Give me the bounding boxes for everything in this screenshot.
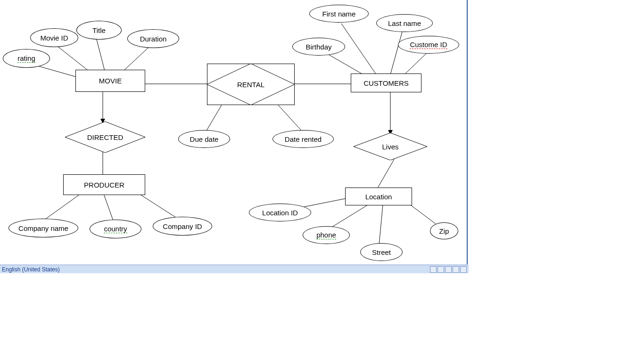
view-buttons — [430, 266, 467, 273]
svg-line-13 — [140, 194, 179, 220]
outline-icon[interactable] — [453, 266, 459, 273]
relationship-label: RENTAL — [207, 64, 295, 105]
svg-line-20 — [378, 159, 394, 188]
relationship-label: DIRECTED — [65, 122, 145, 153]
attribute-label: Duration — [140, 35, 167, 43]
entity-location[interactable]: Location — [345, 188, 412, 205]
status-language: English (United States) — [2, 266, 60, 273]
page-root: MOVIE Movie ID Title Duration rating REN… — [0, 0, 644, 343]
attribute-label: First name — [322, 10, 356, 18]
document-canvas: MOVIE Movie ID Title Duration rating REN… — [0, 0, 468, 265]
attribute-company-id[interactable]: Company ID — [153, 217, 212, 236]
status-bar: English (United States) — [0, 265, 469, 273]
attribute-rating[interactable]: rating — [3, 49, 50, 68]
attribute-street[interactable]: Street — [360, 243, 403, 261]
attribute-duration[interactable]: Duration — [127, 29, 179, 48]
svg-line-7 — [278, 105, 303, 132]
entity-label: PRODUCER — [84, 181, 124, 189]
attribute-label: Movie ID — [40, 34, 68, 42]
svg-line-11 — [43, 194, 80, 220]
full-screen-reading-icon[interactable] — [438, 266, 444, 273]
attribute-phone[interactable]: phone — [303, 226, 350, 244]
draft-icon[interactable] — [460, 266, 467, 273]
attribute-zip[interactable]: Zip — [430, 222, 458, 239]
attribute-company-name[interactable]: Company name — [8, 219, 78, 237]
attribute-label: Company ID — [163, 222, 202, 230]
attribute-label: Zip — [439, 227, 449, 235]
svg-line-23 — [379, 205, 383, 245]
svg-line-2 — [96, 38, 105, 71]
entity-label: MOVIE — [99, 77, 122, 85]
attribute-label: Date rented — [285, 135, 322, 143]
svg-line-12 — [104, 194, 113, 220]
attribute-date-rented[interactable]: Date rented — [272, 130, 334, 148]
attribute-label: rating — [17, 54, 35, 63]
attribute-due-date[interactable]: Due date — [178, 130, 230, 148]
attribute-birthday[interactable]: Birthday — [292, 38, 345, 56]
entity-producer[interactable]: PRODUCER — [63, 174, 145, 195]
attribute-customer-id[interactable]: Custome ID — [398, 36, 459, 54]
svg-line-6 — [205, 105, 222, 134]
print-layout-icon[interactable] — [430, 266, 437, 273]
attribute-label: phone — [316, 231, 336, 239]
attribute-label: Company name — [18, 224, 68, 232]
attribute-label: Last name — [388, 19, 421, 27]
entity-label: CUSTOMERS — [363, 79, 409, 87]
attribute-label: Due date — [190, 135, 219, 143]
svg-line-3 — [123, 45, 151, 72]
svg-line-15 — [341, 24, 376, 74]
attribute-label: Birthday — [305, 43, 331, 51]
attribute-label: country — [104, 225, 127, 233]
entity-label: Location — [365, 193, 392, 201]
attribute-label: Custome ID — [410, 41, 447, 49]
attribute-first-name[interactable]: First name — [309, 5, 369, 23]
entity-customers[interactable]: CUSTOMERS — [351, 74, 421, 92]
attribute-movie-id[interactable]: Movie ID — [30, 28, 78, 47]
attribute-label: Location ID — [262, 209, 298, 217]
attribute-location-id[interactable]: Location ID — [249, 204, 311, 221]
attribute-last-name[interactable]: Last name — [376, 14, 433, 32]
entity-movie[interactable]: MOVIE — [75, 70, 145, 92]
relationship-label: Lives — [354, 133, 427, 160]
attribute-label: Street — [372, 248, 391, 256]
svg-line-16 — [390, 30, 403, 74]
web-layout-icon[interactable] — [445, 266, 452, 273]
attribute-country[interactable]: country — [90, 220, 141, 238]
attribute-title[interactable]: Title — [76, 21, 122, 40]
attribute-label: Title — [92, 26, 106, 34]
